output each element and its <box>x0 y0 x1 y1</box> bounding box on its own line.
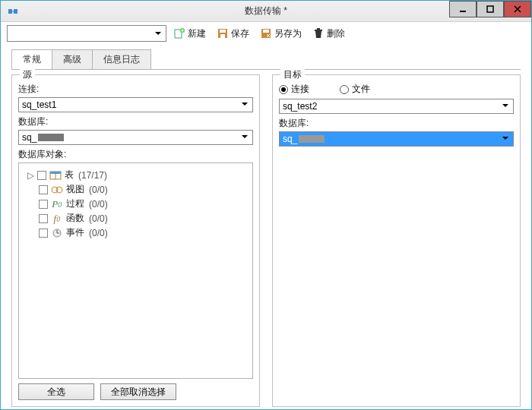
tab-bar: 常规 高级 信息日志 <box>1 45 531 69</box>
source-connection-label: 连接: <box>18 83 253 96</box>
toolbar: 新建 保存 另存为 删除 <box>1 22 531 45</box>
source-panel-title: 源 <box>20 68 35 81</box>
obscured-text <box>38 134 64 141</box>
deselect-all-button[interactable]: 全部取消选择 <box>100 383 176 400</box>
checkbox[interactable] <box>39 200 48 209</box>
tree-item-count: (0/0) <box>89 213 108 224</box>
target-database-value: sq_ <box>283 134 297 144</box>
tab-log[interactable]: 信息日志 <box>92 49 151 69</box>
expand-icon[interactable]: ▷ <box>27 172 34 179</box>
radio-dot <box>279 85 288 94</box>
svg-rect-16 <box>317 28 320 30</box>
checkbox[interactable] <box>39 229 48 238</box>
title-bar: 数据传输 * <box>1 1 531 22</box>
function-icon: f() <box>51 213 63 224</box>
save-as-label: 另存为 <box>274 27 302 40</box>
save-as-icon <box>260 27 272 39</box>
tree-item-label: 函数 <box>66 212 84 225</box>
svg-rect-0 <box>8 9 12 14</box>
save-as-button[interactable]: 另存为 <box>256 26 306 42</box>
content-area: 源 连接: sq_test1 数据库: sq_ 数据库对象: ▷ 表 (17/1… <box>1 70 531 410</box>
checkbox[interactable] <box>39 214 48 223</box>
target-panel-title: 目标 <box>280 68 305 81</box>
target-database-label: 数据库: <box>279 117 514 130</box>
procedure-icon: P() <box>51 199 63 210</box>
source-database-label: 数据库: <box>18 115 253 128</box>
radio-connection[interactable]: 连接 <box>279 83 309 96</box>
table-icon <box>49 170 62 181</box>
tree-item-label: 事件 <box>66 226 84 239</box>
profile-select[interactable] <box>7 25 166 42</box>
window-controls <box>449 1 531 17</box>
new-label: 新建 <box>188 27 206 40</box>
objects-tree[interactable]: ▷ 表 (17/17) 视图 (0/0) P() 过程 (0/0) f() <box>18 162 253 379</box>
tree-item-label: 表 <box>65 169 74 181</box>
save-icon <box>217 27 229 39</box>
maximize-button[interactable] <box>477 1 504 17</box>
source-database-select[interactable]: sq_ <box>18 130 253 145</box>
target-database-select[interactable]: sq_ <box>279 131 514 147</box>
target-panel: 目标 连接 文件 sq_test2 数据库: sq_ <box>272 74 521 407</box>
tree-item-label: 过程 <box>66 197 84 210</box>
source-panel: 源 连接: sq_test1 数据库: sq_ 数据库对象: ▷ 表 (17/1… <box>11 74 260 407</box>
delete-button[interactable]: 删除 <box>309 26 349 42</box>
select-button-bar: 全选 全部取消选择 <box>18 383 253 400</box>
tree-item-events[interactable]: 事件 (0/0) <box>22 226 249 240</box>
svg-rect-11 <box>220 30 226 33</box>
target-connection-select[interactable]: sq_test2 <box>279 99 514 114</box>
tab-advanced[interactable]: 高级 <box>52 49 93 69</box>
target-mode-radios: 连接 文件 <box>279 83 514 96</box>
tree-item-count: (0/0) <box>89 228 108 238</box>
svg-rect-14 <box>263 30 269 33</box>
tree-item-procs[interactable]: P() 过程 (0/0) <box>22 197 249 211</box>
tree-item-count: (0/0) <box>89 184 108 195</box>
radio-label: 文件 <box>352 83 370 96</box>
svg-rect-15 <box>315 30 322 31</box>
radio-dot <box>340 85 349 94</box>
tab-general[interactable]: 常规 <box>11 49 52 69</box>
radio-file[interactable]: 文件 <box>340 83 370 96</box>
select-all-button[interactable]: 全选 <box>18 383 94 400</box>
source-connection-select[interactable]: sq_test1 <box>18 97 253 112</box>
tree-item-tables[interactable]: ▷ 表 (17/17) <box>22 168 249 182</box>
svg-line-4 <box>515 6 521 12</box>
save-label: 保存 <box>231 27 249 40</box>
checkbox[interactable] <box>37 171 46 180</box>
radio-label: 连接 <box>291 83 309 96</box>
close-button[interactable] <box>504 1 531 17</box>
new-icon <box>173 27 185 39</box>
new-button[interactable]: 新建 <box>169 26 210 42</box>
app-icon <box>5 4 21 19</box>
delete-label: 删除 <box>327 27 345 40</box>
svg-line-5 <box>515 6 521 12</box>
view-icon <box>51 184 63 195</box>
source-objects-label: 数据库对象: <box>18 148 253 161</box>
checkbox[interactable] <box>39 185 48 194</box>
window-title: 数据传输 * <box>245 5 287 17</box>
trash-icon <box>312 27 325 39</box>
minimize-button[interactable] <box>449 1 477 17</box>
tree-item-count: (0/0) <box>89 199 108 210</box>
tree-item-count: (17/17) <box>78 170 107 181</box>
svg-rect-12 <box>220 34 225 38</box>
source-database-value: sq_ <box>22 132 36 143</box>
tree-item-funcs[interactable]: f() 函数 (0/0) <box>22 211 249 226</box>
svg-rect-3 <box>487 6 493 12</box>
svg-point-21 <box>56 187 62 193</box>
tree-item-label: 视图 <box>66 183 84 196</box>
save-button[interactable]: 保存 <box>213 26 253 42</box>
tree-item-views[interactable]: 视图 (0/0) <box>22 182 249 197</box>
svg-rect-1 <box>14 9 17 14</box>
source-connection-value: sq_test1 <box>22 99 56 110</box>
obscured-text <box>299 135 325 143</box>
target-connection-value: sq_test2 <box>283 101 317 112</box>
event-icon <box>51 228 63 238</box>
